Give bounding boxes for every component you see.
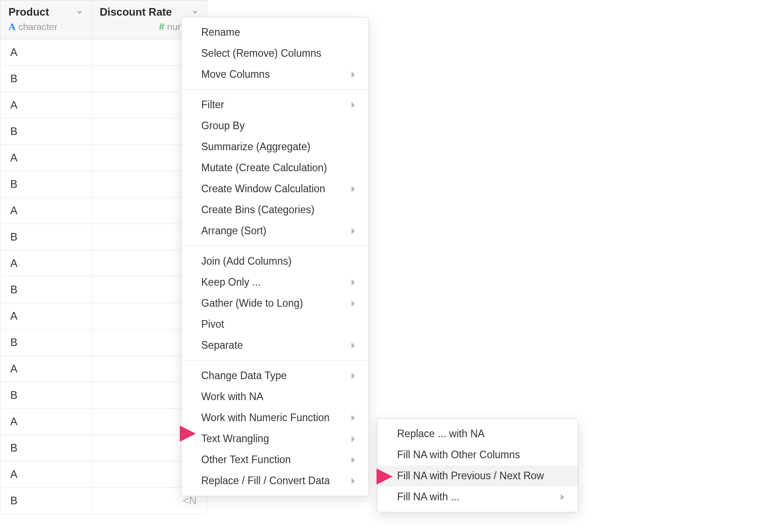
menu-item-label: Group By: [201, 120, 245, 132]
submenu-arrow-icon: [351, 457, 355, 463]
cell-product[interactable]: B: [0, 171, 92, 197]
table-row[interactable]: B<N: [0, 329, 207, 356]
menu-item-label: Create Bins (Categories): [201, 204, 314, 216]
table-row[interactable]: A<N: [0, 145, 207, 171]
table-row[interactable]: B<N: [0, 118, 207, 145]
menu-item-label: Create Window Calculation: [201, 183, 325, 195]
menu-item[interactable]: Work with Numeric Function: [182, 407, 368, 428]
table-row[interactable]: A<N: [0, 92, 207, 118]
character-type-icon: A: [8, 21, 16, 33]
column-name: Discount Rate: [100, 6, 172, 18]
menu-item-label: Separate: [201, 339, 243, 351]
menu-item[interactable]: Create Bins (Categories): [182, 199, 368, 220]
menu-item-label: Change Data Type: [201, 370, 287, 382]
menu-item-label: Keep Only ...: [201, 276, 261, 288]
menu-item[interactable]: Create Window Calculation: [182, 178, 368, 199]
submenu-arrow-icon: [351, 102, 355, 108]
submenu-arrow-icon: [351, 228, 355, 234]
cell-product[interactable]: A: [0, 409, 92, 435]
table-row[interactable]: B<N: [0, 382, 207, 409]
table-row[interactable]: B<N: [0, 488, 207, 514]
table-header-row: Product A character Discount Rate # nume…: [0, 0, 207, 39]
column-type-label: character: [18, 21, 58, 32]
menu-item[interactable]: Group By: [182, 115, 368, 136]
table-row[interactable]: A<N: [0, 250, 207, 277]
cell-product[interactable]: A: [0, 39, 92, 65]
menu-item[interactable]: Pivot: [182, 314, 368, 335]
table-row[interactable]: A<N: [0, 356, 207, 382]
menu-item[interactable]: Filter: [182, 94, 368, 115]
table-row[interactable]: B<N: [0, 171, 207, 198]
cell-product[interactable]: B: [0, 66, 92, 92]
menu-separator: [182, 246, 368, 246]
menu-item[interactable]: Move Columns: [182, 64, 368, 85]
cell-product[interactable]: B: [0, 329, 92, 355]
annotation-arrow-icon: [139, 420, 197, 447]
submenu-arrow-icon: [351, 72, 355, 78]
table-row[interactable]: A<N: [0, 461, 207, 488]
menu-item[interactable]: Rename: [182, 22, 368, 43]
menu-item-label: Fill NA with Other Columns: [397, 449, 520, 461]
submenu-arrow-icon: [351, 279, 355, 286]
cell-product[interactable]: B: [0, 382, 92, 408]
menu-item[interactable]: Change Data Type: [182, 365, 368, 386]
work-with-na-submenu[interactable]: Replace ... with NAFill NA with Other Co…: [377, 418, 578, 512]
menu-item[interactable]: Keep Only ...: [182, 272, 368, 293]
menu-item-label: Gather (Wide to Long): [201, 297, 303, 309]
chevron-down-icon[interactable]: [76, 8, 83, 16]
table-row[interactable]: A: [0, 39, 207, 66]
submenu-item[interactable]: Replace ... with NA: [377, 423, 578, 444]
menu-item-label: Join (Add Columns): [201, 255, 292, 267]
menu-item[interactable]: Gather (Wide to Long): [182, 293, 368, 314]
numeric-type-icon: #: [159, 21, 165, 33]
table-row[interactable]: B: [0, 66, 207, 92]
cell-product[interactable]: B: [0, 435, 92, 461]
table-row[interactable]: B<N: [0, 277, 207, 303]
menu-item-label: Move Columns: [201, 68, 270, 80]
menu-separator: [182, 89, 368, 90]
menu-item[interactable]: Work with NA: [182, 386, 368, 407]
menu-separator: [182, 360, 368, 361]
menu-item-label: Replace / Fill / Convert Data: [201, 475, 330, 487]
column-name: Product: [8, 6, 49, 18]
annotation-arrow-icon: [335, 463, 394, 490]
cell-product[interactable]: A: [0, 461, 92, 487]
submenu-arrow-icon: [561, 494, 564, 500]
menu-item-label: Rename: [201, 26, 240, 38]
menu-item[interactable]: Summarize (Aggregate): [182, 136, 368, 157]
cell-product[interactable]: A: [0, 303, 92, 329]
menu-item-label: Fill NA with ...: [397, 491, 459, 503]
menu-item[interactable]: Select (Remove) Columns: [182, 43, 368, 64]
cell-product[interactable]: A: [0, 250, 92, 276]
column-header-product[interactable]: Product A character: [0, 0, 92, 39]
chevron-down-icon[interactable]: [191, 8, 199, 16]
submenu-item[interactable]: Fill NA with Previous / Next Row: [377, 465, 578, 486]
cell-product[interactable]: B: [0, 224, 92, 250]
cell-product[interactable]: A: [0, 198, 92, 224]
table-row[interactable]: A<N: [0, 303, 207, 329]
table-row[interactable]: A<N: [0, 198, 207, 224]
menu-item-label: Work with Numeric Function: [201, 412, 330, 424]
menu-item-label: Arrange (Sort): [201, 225, 267, 237]
menu-item-label: Work with NA: [201, 391, 263, 403]
menu-item[interactable]: Join (Add Columns): [182, 251, 368, 272]
cell-product[interactable]: B: [0, 277, 92, 303]
menu-item[interactable]: Mutate (Create Calculation): [182, 157, 368, 178]
cell-product[interactable]: A: [0, 145, 92, 171]
table-row[interactable]: B<N: [0, 224, 207, 250]
cell-product[interactable]: A: [0, 92, 92, 118]
menu-item[interactable]: Separate: [182, 335, 368, 356]
column-context-menu[interactable]: RenameSelect (Remove) ColumnsMove Column…: [181, 17, 369, 496]
submenu-arrow-icon: [351, 342, 355, 349]
submenu-item[interactable]: Fill NA with Other Columns: [377, 444, 578, 465]
menu-item-label: Pivot: [201, 318, 224, 330]
menu-item-label: Summarize (Aggregate): [201, 141, 310, 153]
cell-product[interactable]: B: [0, 488, 92, 514]
cell-product[interactable]: B: [0, 118, 92, 144]
submenu-arrow-icon: [351, 436, 355, 442]
cell-product[interactable]: A: [0, 356, 92, 382]
submenu-item[interactable]: Fill NA with ...: [377, 486, 578, 507]
menu-item[interactable]: Arrange (Sort): [182, 220, 368, 241]
menu-item-label: Filter: [201, 99, 224, 111]
menu-item[interactable]: Text Wrangling: [182, 428, 368, 449]
